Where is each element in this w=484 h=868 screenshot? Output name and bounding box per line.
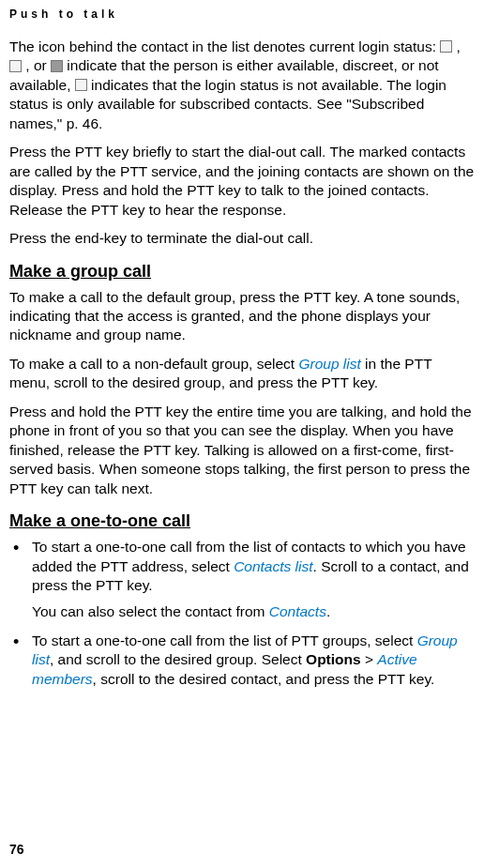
paragraph-login-status: The icon behind the contact in the list … <box>9 38 475 133</box>
status-discreet-icon <box>9 60 22 72</box>
link-contacts-list[interactable]: Contacts list <box>234 558 312 574</box>
text-fragment: To make a call to a non-default group, s… <box>9 356 298 372</box>
status-available-icon <box>440 40 452 53</box>
link-group-list[interactable]: Group list <box>298 356 360 372</box>
menu-options: Options <box>306 651 361 667</box>
text-fragment: You can also select the contact from <box>32 603 269 619</box>
text-fragment: > <box>361 651 378 667</box>
paragraph-press-hold: Press and hold the PTT key the entire ti… <box>9 403 475 498</box>
paragraph-nondefault-group: To make a call to a non-default group, s… <box>9 355 475 393</box>
text-fragment: , <box>457 38 461 54</box>
text-fragment: , and scroll to the desired group. Selec… <box>50 651 306 667</box>
heading-one-to-one: Make a one-to-one call <box>9 511 475 531</box>
text-fragment: , or <box>25 57 51 73</box>
list-item: To start a one-to-one call from the list… <box>9 538 475 622</box>
sub-paragraph: You can also select the contact from Con… <box>32 602 475 621</box>
link-contacts[interactable]: Contacts <box>269 603 326 619</box>
text-fragment: The icon behind the contact in the list … <box>9 38 440 54</box>
status-notavailable-icon <box>51 60 63 72</box>
paragraph-end-key: Press the end-key to terminate the dial-… <box>9 229 475 248</box>
text-fragment: To start a one-to-one call from the list… <box>32 632 417 648</box>
running-header: Push to talk <box>9 8 475 21</box>
page-number: 76 <box>9 842 24 857</box>
paragraph-default-group: To make a call to the default group, pre… <box>9 288 475 345</box>
status-unknown-icon <box>75 79 87 91</box>
paragraph-ptt-brief: Press the PTT key briefly to start the d… <box>9 143 475 220</box>
list-item: To start a one-to-one call from the list… <box>9 632 475 689</box>
text-fragment: . <box>326 603 330 619</box>
text-fragment: , scroll to the desired contact, and pre… <box>93 671 435 687</box>
heading-group-call: Make a group call <box>9 262 475 282</box>
one-to-one-list: To start a one-to-one call from the list… <box>9 538 475 689</box>
